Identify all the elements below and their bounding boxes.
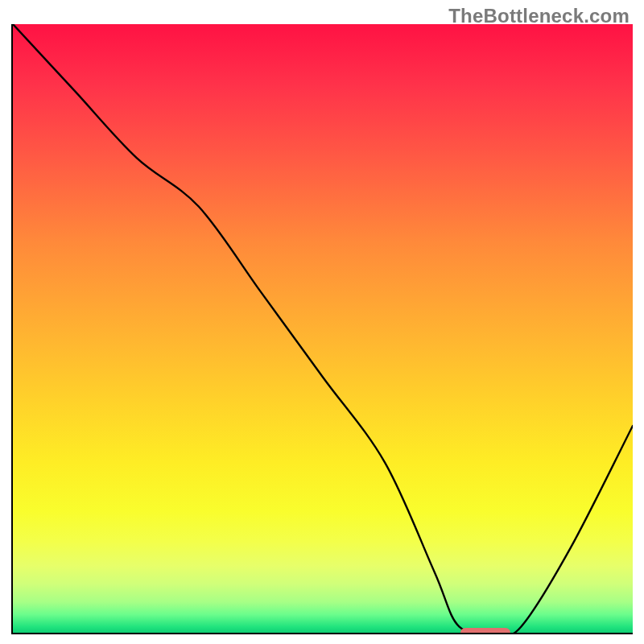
chart-container: TheBottleneck.com	[0, 0, 644, 644]
plot-area	[11, 24, 633, 634]
bottleneck-curve	[13, 24, 633, 633]
optimal-marker	[460, 628, 510, 634]
